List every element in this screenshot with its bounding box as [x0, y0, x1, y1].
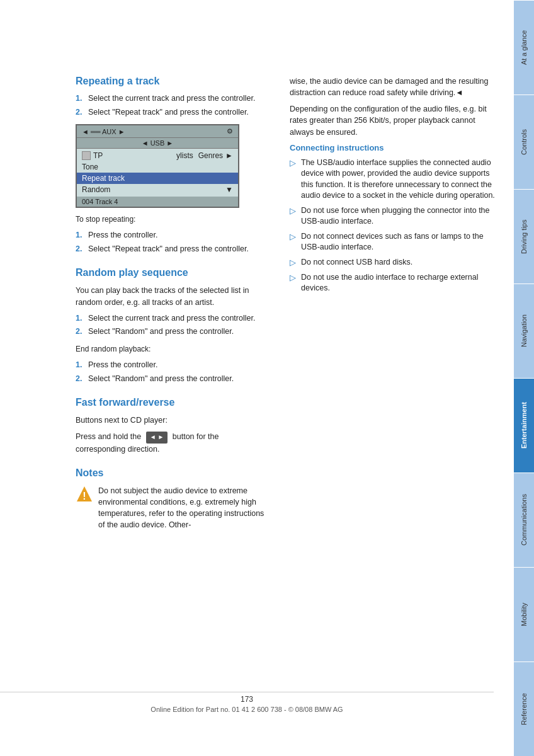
page-number: 173 [0, 695, 494, 704]
sidebar-tab-label: Reference [520, 693, 528, 725]
connecting-title: Connecting instructions [290, 143, 495, 152]
step-text: Press the controller. [88, 230, 157, 241]
list-item: 1. Select the current track and press th… [76, 313, 271, 324]
lcd-header-left: ◄ ══ AUX ► [82, 128, 125, 135]
bullet-text: Do not use the audio interface to rechar… [301, 272, 495, 294]
step-text: Select "Random" and press the controller… [88, 374, 234, 385]
footer-divider [0, 692, 494, 692]
lcd-arrow-right: ► [225, 151, 233, 160]
warning-triangle-icon: ! [76, 485, 93, 503]
arrow-bullet-icon: ▷ [290, 272, 297, 294]
random-play-steps-start: 1. Select the current track and press th… [76, 313, 271, 338]
lcd-body: TP ylists Genres ► Tone Repeat track [77, 149, 238, 197]
step-number: 1. [76, 93, 84, 105]
repeating-track-steps-before: 1. Select the current track and press th… [76, 93, 271, 118]
sidebar-tab-at-a-glance[interactable]: At a glance [514, 0, 534, 94]
list-item: 1. Select the current track and press th… [76, 93, 271, 105]
sidebar-tab-controls[interactable]: Controls [514, 94, 534, 189]
step-number: 1. [76, 360, 84, 371]
lcd-random-text: Random [82, 185, 110, 194]
connecting-bullet-list: ▷ The USB/audio interface supplies the c… [290, 158, 495, 294]
lcd-down-arrow: ▼ [225, 185, 233, 194]
list-item: 2. Select "Repeat track" and press the c… [76, 107, 271, 118]
lcd-repeat-text: Repeat track [82, 174, 125, 183]
lcd-subheader-text: ◄ USB ► [142, 139, 174, 147]
step-number: 2. [76, 244, 84, 255]
lcd-genres: Genres [198, 151, 223, 160]
list-item: ▷ Do not connect USB hard disks. [290, 257, 495, 268]
fast-forward-title: Fast forward/reverse [76, 397, 271, 408]
repeating-track-section: Repeating a track 1. Select the current … [76, 76, 271, 255]
sidebar-tab-communications[interactable]: Communications [514, 472, 534, 567]
step-text: Select "Random" and press the controller… [88, 326, 234, 338]
lcd-row-tp: TP ylists Genres ► [77, 150, 238, 161]
sidebar-tab-label: Navigation [520, 315, 528, 348]
sidebar-tab-entertainment[interactable]: Entertainment [514, 378, 534, 472]
arrow-bullet-icon: ▷ [290, 257, 297, 268]
sidebar-tab-label: Controls [520, 129, 528, 155]
step-text: Select the current track and press the c… [88, 93, 255, 105]
step-text: Select the current track and press the c… [88, 313, 255, 324]
step-number: 1. [76, 313, 84, 324]
stop-repeating-label: To stop repeating: [76, 214, 271, 225]
right-intro-text: wise, the audio device can be damaged an… [290, 76, 495, 98]
sidebar-tab-navigation[interactable]: Navigation [514, 284, 534, 378]
sidebar-tab-mobility[interactable]: Mobility [514, 567, 534, 662]
two-col-layout: Repeating a track 1. Select the current … [76, 76, 495, 543]
lcd-tp-text: TP [93, 151, 103, 160]
end-random-label: End random playback: [76, 344, 271, 355]
page-container: Repeating a track 1. Select the current … [0, 0, 534, 756]
main-content: Repeating a track 1. Select the current … [0, 0, 514, 756]
bullet-text: Do not use force when plugging the conne… [301, 205, 495, 227]
sidebar-tab-reference[interactable]: Reference [514, 662, 534, 756]
list-item: ▷ Do not use the audio interface to rech… [290, 272, 495, 294]
sidebar-tab-driving-tips[interactable]: Driving tips [514, 189, 534, 284]
repeating-track-title: Repeating a track [76, 76, 271, 87]
step-number: 1. [76, 230, 84, 241]
lcd-track-num: 004 Track 4 [77, 197, 238, 207]
list-item: ▷ Do not connect devices such as fans or… [290, 231, 495, 253]
step-text: Press the controller. [88, 360, 157, 371]
list-item: 2. Select "Random" and press the control… [76, 374, 271, 385]
arrow-bullet-icon: ▷ [290, 158, 297, 202]
random-play-intro: You can play back the tracks of the sele… [76, 285, 271, 307]
random-play-steps-end: 1. Press the controller. 2. Select "Rand… [76, 360, 271, 384]
warning-text: Do not subject the audio device to extre… [98, 485, 271, 531]
fast-forward-section: Fast forward/reverse Buttons next to CD … [76, 397, 271, 455]
ff-button: ◄ ► [146, 432, 168, 444]
bullet-text: Do not connect devices such as fans or l… [301, 231, 495, 253]
step-number: 2. [76, 107, 84, 118]
bullet-text: Do not connect USB hard disks. [301, 257, 412, 268]
lcd-header: ◄ ══ AUX ► ⚙ [77, 125, 238, 138]
step-number: 2. [76, 374, 84, 385]
lcd-playlists: ylists [176, 151, 193, 160]
bullet-text: The USB/audio interface supplies the con… [301, 158, 495, 202]
notes-title: Notes [76, 467, 271, 479]
list-item: 1. Press the controller. [76, 230, 271, 241]
sidebar-tab-label: Entertainment [520, 403, 528, 449]
arrow-bullet-icon: ▷ [290, 205, 297, 227]
right-sidebar: At a glance Controls Driving tips Naviga… [514, 0, 534, 756]
lcd-checkbox [82, 151, 91, 160]
svg-text:!: ! [82, 491, 86, 501]
lcd-track-label: 004 Track 4 [82, 198, 118, 205]
lcd-subheader: ◄ USB ► [77, 138, 238, 149]
step-number: 2. [76, 326, 84, 338]
repeating-track-steps-after: 1. Press the controller. 2. Select "Repe… [76, 230, 271, 255]
list-item: 2. Select "Random" and press the control… [76, 326, 271, 338]
random-play-section: Random play sequence You can play back t… [76, 267, 271, 384]
page-footer: 173 Online Edition for Part no. 01 41 2 … [0, 687, 494, 718]
list-item: 2. Select "Repeat track" and press the c… [76, 244, 271, 255]
list-item: ▷ The USB/audio interface supplies the c… [290, 158, 495, 202]
random-play-title: Random play sequence [76, 267, 271, 278]
sidebar-tab-label: Communications [520, 495, 528, 546]
left-column: Repeating a track 1. Select the current … [76, 76, 271, 543]
lcd-row-random: Random ▼ [77, 184, 238, 195]
warning-icon-container: ! [76, 485, 93, 503]
sidebar-tab-label: Driving tips [520, 219, 528, 253]
lcd-row-repeat: Repeat track [77, 173, 238, 184]
right-para2: Depending on the configuration of the au… [290, 103, 495, 137]
lcd-screen: ◄ ══ AUX ► ⚙ ◄ USB ► TP ylists [76, 124, 239, 208]
sidebar-tab-label: Mobility [520, 603, 528, 626]
ff-line1: Buttons next to CD player: [76, 415, 271, 426]
